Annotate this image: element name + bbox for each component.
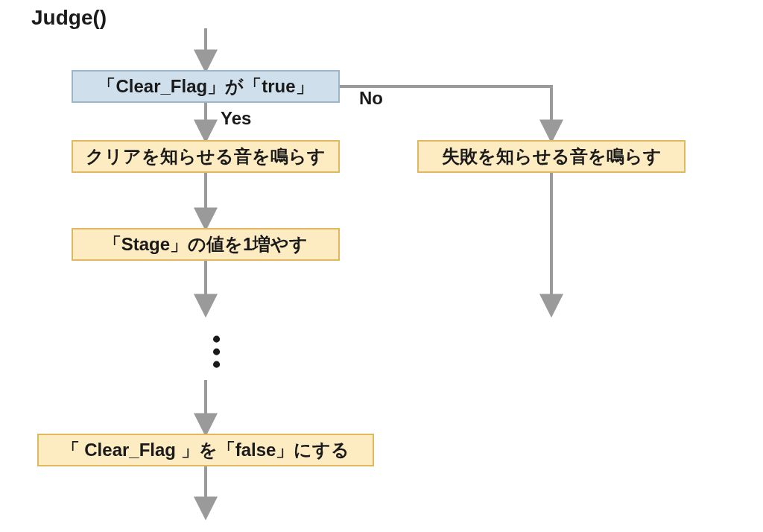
decision-text: 「Clear_Flag」が「true」 — [98, 75, 313, 98]
process-text: クリアを知らせる音を鳴らす — [86, 145, 326, 168]
process-text: 「Stage」の値を1増やす — [104, 232, 308, 256]
process-play-clear-sound: クリアを知らせる音を鳴らす — [72, 140, 340, 173]
process-play-fail-sound: 失敗を知らせる音を鳴らす — [417, 140, 686, 173]
process-increment-stage: 「Stage」の値を1増やす — [72, 228, 340, 261]
process-text: 「 Clear_Flag 」を「false」にする — [62, 438, 350, 462]
process-set-clear-flag-false: 「 Clear_Flag 」を「false」にする — [37, 434, 374, 466]
branch-label-yes: Yes — [221, 108, 251, 129]
function-title: Judge() — [31, 6, 107, 30]
decision-clear-flag-true: 「Clear_Flag」が「true」 — [72, 70, 340, 103]
process-text: 失敗を知らせる音を鳴らす — [442, 145, 662, 168]
branch-label-no: No — [359, 88, 383, 109]
ellipsis: ・・・ — [198, 334, 213, 371]
